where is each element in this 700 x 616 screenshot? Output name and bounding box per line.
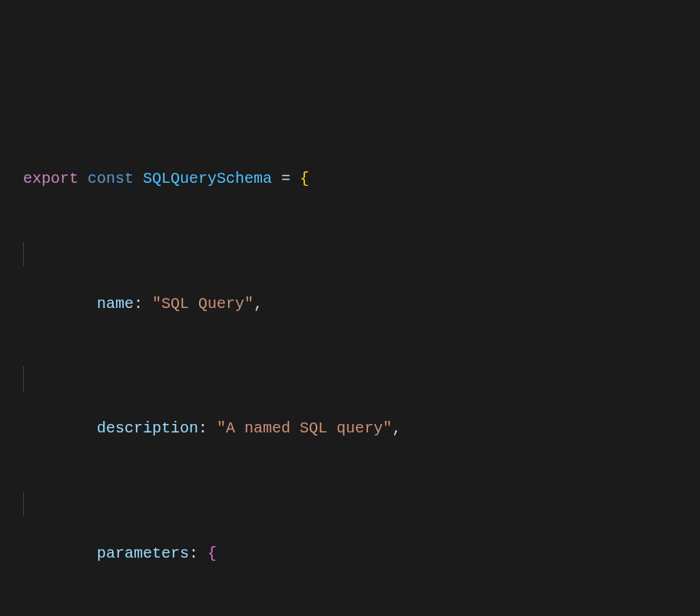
comma: ,: [254, 295, 263, 313]
prop-parameters: parameters: [97, 545, 189, 562]
comma: ,: [392, 419, 401, 437]
prop-description: description: [97, 419, 198, 437]
code-line: export const SQLQuerySchema = {: [0, 117, 700, 142]
colon: :: [134, 295, 143, 313]
code-line: name: "SQL Query",: [0, 242, 700, 267]
prop-name: name: [97, 295, 134, 313]
keyword-export: export: [23, 170, 78, 187]
keyword-const: const: [88, 170, 134, 187]
brace-open: {: [207, 545, 217, 562]
brace-open: {: [300, 170, 309, 187]
code-editor[interactable]: export const SQLQuerySchema = { name: "S…: [0, 0, 700, 616]
variable-name: SQLQuerySchema: [143, 170, 272, 187]
equals-sign: =: [281, 170, 290, 187]
code-line: description: "A named SQL query",: [0, 366, 700, 392]
code-line: parameters: {: [0, 492, 700, 517]
colon: :: [189, 545, 198, 562]
colon: :: [198, 419, 207, 437]
string-literal: "A named SQL query": [217, 419, 392, 437]
string-literal: "SQL Query": [152, 295, 254, 313]
